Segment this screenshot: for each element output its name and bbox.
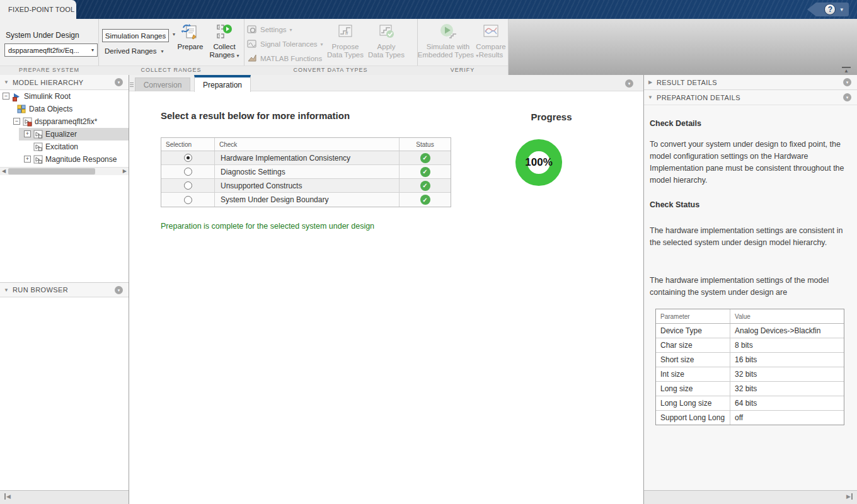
system-under-design-label: System Under Design — [6, 31, 79, 40]
value-cell: Analog Devices->Blackfin — [730, 324, 844, 338]
collect-ranges-caret-icon: ▾ — [236, 53, 239, 59]
simulation-ranges-button[interactable]: Simulation Ranges — [102, 29, 169, 42]
status-pass-icon: ✓ — [420, 195, 430, 205]
radio-button[interactable] — [184, 196, 192, 204]
scroll-right-icon[interactable]: ▶ — [123, 168, 127, 175]
tree-horizontal-scrollbar[interactable]: ◀ ▶ — [0, 167, 129, 175]
propose-label-2: Data Types — [327, 51, 364, 59]
svg-text:fi: fi — [345, 30, 348, 36]
prepare-label: Prepare — [178, 43, 204, 51]
simulation-ranges-caret-icon[interactable]: ▾ — [173, 32, 175, 37]
tree-item-equalizer[interactable]: +Equalizer — [0, 128, 129, 140]
radio-button[interactable] — [184, 154, 192, 162]
tree-expander-icon[interactable]: − — [3, 93, 9, 100]
run-browser-menu-icon[interactable]: ▾ — [115, 286, 123, 294]
preparation-details-header[interactable]: ▼ PREPARATION DETAILS ▾ — [644, 90, 857, 105]
value-cell: off — [730, 411, 844, 425]
tree-expander-icon[interactable]: + — [24, 130, 31, 137]
tree-item-label: Excitation — [45, 140, 78, 153]
scroll-left-icon[interactable]: ◀ — [2, 168, 6, 175]
check-table-body: Hardware Implementation Consistency✓Diag… — [161, 151, 451, 207]
tab-preparation[interactable]: Preparation — [194, 75, 251, 92]
radio-button[interactable] — [184, 168, 192, 176]
tree-item-label: Equalizer — [45, 128, 77, 140]
column-header-parameter: Parameter — [656, 309, 730, 323]
simulate-label-1: Simulate with — [427, 43, 469, 51]
signal-tolerances-label: Signal Tolerances — [260, 40, 318, 48]
center-pane-menu-icon[interactable]: ▾ — [625, 79, 633, 88]
signal-tolerances-caret-icon: ▾ — [321, 42, 323, 47]
preparation-details-content: Check Details To convert your system und… — [644, 119, 857, 425]
check-table-header: Selection Check Status — [161, 138, 451, 151]
apply-data-types-button: Apply Data Types — [367, 23, 405, 59]
settings-label: Settings — [260, 26, 287, 33]
column-header-value: Value — [730, 309, 844, 323]
tree-expander-icon[interactable]: + — [24, 156, 31, 163]
table-row[interactable]: Hardware Implementation Consistency✓ — [161, 151, 451, 165]
check-details-text: To convert your system under design to f… — [650, 139, 851, 186]
model-hierarchy-collapse-icon[interactable]: ▼ — [0, 79, 13, 85]
table-row[interactable]: Diagnostic Settings✓ — [161, 165, 451, 179]
result-details-expand-icon[interactable]: ▶ — [644, 79, 657, 85]
selection-cell — [161, 151, 215, 164]
section-label-collect-ranges: COLLECT RANGES — [98, 67, 244, 73]
help-caret-icon[interactable]: ▾ — [840, 6, 843, 13]
table-row: Char size8 bits — [656, 338, 844, 353]
subsystem-icon — [33, 128, 43, 140]
combobox-caret-icon[interactable]: ▾ — [91, 47, 94, 53]
check-name-cell: Hardware Implementation Consistency — [215, 151, 400, 164]
model-hierarchy-title: MODEL HIERARCHY — [13, 79, 84, 86]
simulink-root-icon — [12, 90, 22, 103]
propose-data-types-button: fi Propose Data Types — [326, 23, 364, 59]
run-browser-header[interactable]: ▼ RUN BROWSER ▾ — [0, 282, 129, 297]
model-hierarchy-menu-icon[interactable]: ▾ — [115, 78, 123, 86]
collapse-right-panel-icon[interactable]: ▶ — [846, 493, 853, 500]
parameter-cell: Support Long Long — [656, 411, 730, 425]
tree-expander-icon[interactable]: − — [13, 118, 20, 125]
collect-ranges-label-1: Collect — [213, 43, 235, 51]
collapse-ribbon-icon[interactable]: ▲ — [842, 67, 851, 74]
column-header-check: Check — [215, 138, 400, 151]
hw-settings-text: The hardware implementation settings of … — [650, 275, 851, 299]
model-hierarchy-header[interactable]: ▼ MODEL HIERARCHY ▾ — [0, 75, 129, 90]
result-details-title: RESULT DETAILS — [657, 79, 717, 86]
tab-conversion[interactable]: Conversion — [135, 77, 190, 91]
tree-item-magnitude-response[interactable]: +Magnitude Response — [0, 153, 129, 166]
system-under-design-combobox[interactable]: dspparameqflt2fix/Eq... ▾ — [4, 43, 98, 57]
data-objects-icon — [17, 103, 26, 115]
check-details-heading: Check Details — [650, 119, 851, 128]
table-row[interactable]: Unsupported Constructs✓ — [161, 179, 451, 193]
run-browser-title: RUN BROWSER — [13, 286, 68, 294]
simulate-embedded-icon — [439, 23, 457, 40]
table-row[interactable]: System Under Design Boundary✓ — [161, 193, 451, 207]
radio-button[interactable] — [184, 181, 192, 190]
result-details-menu-icon[interactable]: ▾ — [843, 78, 851, 86]
help-button[interactable]: ? ▾ — [807, 3, 849, 16]
check-results-table: Selection Check Status Hardware Implemen… — [161, 137, 451, 207]
titlebar: FIXED-POINT TOOL ? ▾ — [0, 0, 857, 19]
preparation-details-title: PREPARATION DETAILS — [657, 94, 740, 101]
splitter-handle[interactable] — [130, 76, 134, 93]
tree-item-excitation[interactable]: Excitation — [0, 140, 129, 153]
subsystem-icon — [33, 153, 43, 166]
tab-fixed-point-tool[interactable]: FIXED-POINT TOOL — [0, 0, 76, 19]
result-details-header[interactable]: ▶ RESULT DETAILS ▾ — [644, 75, 857, 90]
ribbon-section-strip: PREPARE SYSTEM COLLECT RANGES CONVERT DA… — [0, 66, 508, 75]
left-panel: ▼ MODEL HIERARCHY ▾ −Simulink RootData O… — [0, 75, 129, 504]
tree-item-simulink-root[interactable]: −Simulink Root — [0, 90, 129, 103]
collapse-left-panel-icon[interactable]: ◀ — [4, 493, 11, 500]
preparation-details-menu-icon[interactable]: ▾ — [843, 93, 851, 101]
preparation-details-collapse-icon[interactable]: ▼ — [644, 94, 657, 100]
collect-ranges-button[interactable]: Collect Ranges ▾ — [208, 23, 241, 60]
prepare-button[interactable]: Prepare — [176, 23, 204, 51]
propose-label-1: Propose — [332, 43, 359, 51]
results-heading: Select a result below for more informati… — [161, 110, 350, 121]
run-browser-collapse-icon[interactable]: ▼ — [0, 287, 13, 293]
tree-item-data-objects[interactable]: Data Objects — [0, 103, 129, 115]
scrollbar-thumb[interactable] — [8, 168, 95, 175]
parameter-cell: Int size — [656, 367, 730, 381]
settings-caret-icon: ▾ — [290, 27, 292, 33]
derived-ranges-button[interactable]: Derived Ranges ▾ — [105, 47, 163, 55]
help-icon[interactable]: ? — [824, 4, 836, 15]
tree-item-dspparameqflt2fix[interactable]: −dspparameqflt2fix* — [0, 115, 129, 128]
